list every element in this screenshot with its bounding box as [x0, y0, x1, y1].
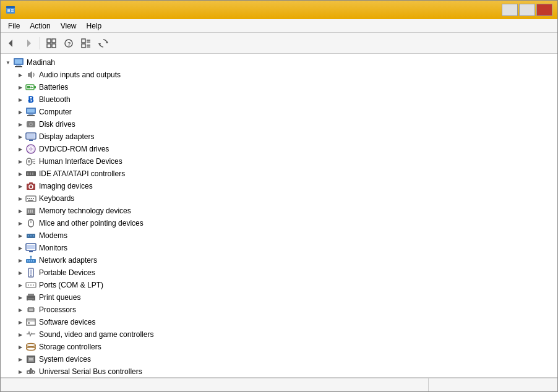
- expand-arrow[interactable]: ▶: [15, 317, 25, 327]
- forward-icon: [24, 38, 33, 48]
- show-hidden-icon: [46, 38, 56, 48]
- show-hidden-button[interactable]: [43, 35, 59, 51]
- expand-arrow[interactable]: ▶: [15, 144, 25, 154]
- tree-item[interactable]: ▶Ports (COM & LPT): [13, 279, 557, 291]
- svg-rect-3: [11, 9, 14, 11]
- tree-item[interactable]: ▶Display adapters: [13, 130, 557, 143]
- svg-text:Ƀ: Ƀ: [28, 95, 34, 104]
- close-button[interactable]: [536, 4, 552, 16]
- expand-arrow[interactable]: ▶: [15, 305, 25, 315]
- device-icon: [25, 330, 36, 339]
- expand-arrow[interactable]: ▶: [15, 95, 25, 104]
- device-label: Portable Devices: [39, 268, 95, 277]
- tree-item[interactable]: ▶Portable Devices: [13, 266, 557, 279]
- device-label: Disk drives: [39, 120, 75, 129]
- svg-rect-49: [27, 173, 28, 175]
- svg-rect-1: [6, 6, 15, 8]
- back-icon: [6, 38, 16, 48]
- menu-action[interactable]: Action: [25, 20, 55, 32]
- device-tree[interactable]: ▼ Madinah ▶Audio inputs and outputs▶+Bat…: [1, 54, 557, 378]
- expand-arrow[interactable]: ▶: [15, 70, 25, 80]
- menu-view[interactable]: View: [56, 20, 82, 32]
- expand-arrow[interactable]: ▶: [15, 367, 25, 377]
- window-icon: [6, 5, 15, 15]
- tree-item[interactable]: ▶Sound, video and game controllers: [13, 328, 557, 341]
- tree-item[interactable]: ▶Human Interface Devices: [13, 155, 557, 168]
- device-icon: [25, 156, 36, 166]
- expand-arrow[interactable]: ▶: [15, 354, 25, 364]
- minimize-button[interactable]: [502, 4, 518, 16]
- device-icon: [25, 107, 36, 117]
- tree-item[interactable]: ▶IDE ATA/ATAPI controllers: [13, 168, 557, 180]
- svg-rect-13: [82, 39, 85, 43]
- tree-item[interactable]: ▶Processors: [13, 304, 557, 316]
- expand-arrow[interactable]: ▶: [15, 82, 25, 92]
- tree-root-node[interactable]: ▼ Madinah: [1, 56, 557, 69]
- tree-item[interactable]: ▶Disk drives: [13, 118, 557, 130]
- expand-arrow[interactable]: ▶: [15, 206, 25, 216]
- device-label: System devices: [39, 355, 91, 364]
- tree-item[interactable]: ▶Audio inputs and outputs: [13, 69, 557, 81]
- svg-point-36: [30, 124, 32, 125]
- tree-item[interactable]: ▶Print queues: [13, 291, 557, 304]
- svg-rect-50: [30, 173, 31, 175]
- expand-arrow[interactable]: ▶: [15, 119, 25, 129]
- expand-arrow[interactable]: ▶: [15, 268, 25, 278]
- toolbar: ?: [1, 33, 557, 54]
- expand-arrow[interactable]: ▶: [15, 156, 25, 166]
- svg-rect-89: [27, 296, 35, 300]
- show-details-button[interactable]: [78, 35, 94, 51]
- expand-arrow[interactable]: ▶: [15, 292, 25, 302]
- svg-point-86: [28, 284, 29, 286]
- properties-button[interactable]: ?: [61, 35, 77, 51]
- expand-arrow[interactable]: ▶: [15, 243, 25, 253]
- tree-item[interactable]: ▶+Batteries: [13, 81, 557, 93]
- back-button[interactable]: [3, 35, 19, 51]
- forward-button[interactable]: [20, 35, 36, 51]
- expand-arrow[interactable]: ▶: [15, 181, 25, 191]
- expand-arrow[interactable]: ▶: [15, 218, 25, 228]
- device-label: Modems: [39, 231, 67, 240]
- svg-rect-79: [33, 260, 34, 262]
- device-icon: [25, 305, 36, 315]
- expand-arrow[interactable]: ▶: [15, 132, 25, 142]
- expand-arrow[interactable]: ▶: [15, 169, 25, 179]
- tree-item[interactable]: ▶Storage controllers: [13, 341, 557, 353]
- svg-rect-92: [28, 300, 32, 300]
- svg-rect-4: [11, 11, 14, 12]
- tree-item[interactable]: ▶Keyboards: [13, 192, 557, 205]
- svg-point-115: [32, 371, 35, 373]
- tree-item[interactable]: ▶Modems: [13, 229, 557, 242]
- expand-arrow[interactable]: ▶: [15, 330, 25, 339]
- toolbar-sep-1: [40, 37, 40, 49]
- tree-item[interactable]: ▶Mice and other pointing devices: [13, 217, 557, 229]
- root-expand-arrow[interactable]: ▼: [3, 58, 13, 67]
- tree-item[interactable]: ▶System devices: [13, 353, 557, 365]
- expand-arrow[interactable]: ▶: [15, 231, 25, 241]
- tree-item[interactable]: ▶Computer: [13, 106, 557, 118]
- expand-arrow[interactable]: ▶: [15, 107, 25, 117]
- tree-item[interactable]: ▶Monitors: [13, 242, 557, 254]
- svg-rect-60: [28, 200, 33, 201]
- device-label: Monitors: [39, 244, 67, 252]
- expand-arrow[interactable]: ▶: [15, 342, 25, 352]
- tree-item[interactable]: ▶Universal Serial Bus controllers: [13, 365, 557, 378]
- tree-item[interactable]: ▶Memory technology devices: [13, 205, 557, 217]
- menu-help[interactable]: Help: [82, 20, 107, 32]
- expand-arrow[interactable]: ▶: [15, 255, 25, 265]
- tree-item[interactable]: ▶Imaging devices: [13, 180, 557, 192]
- svg-rect-24: [15, 66, 22, 67]
- menu-file[interactable]: File: [3, 20, 25, 32]
- expand-arrow[interactable]: ▶: [15, 280, 25, 290]
- device-label: Universal Serial Bus controllers: [39, 367, 142, 376]
- device-label: Bluetooth: [39, 95, 71, 104]
- tree-item[interactable]: ▶DVD/CD-ROM drives: [13, 143, 557, 155]
- tree-item[interactable]: ▶Network adapters: [13, 254, 557, 266]
- svg-rect-58: [31, 198, 32, 199]
- expand-arrow[interactable]: ▶: [15, 194, 25, 203]
- tree-item[interactable]: ▶ɃBluetooth: [13, 93, 557, 106]
- svg-rect-7: [47, 39, 51, 43]
- maximize-button[interactable]: [519, 4, 535, 16]
- refresh-button[interactable]: [95, 35, 111, 51]
- tree-item[interactable]: ▶Software devices: [13, 316, 557, 328]
